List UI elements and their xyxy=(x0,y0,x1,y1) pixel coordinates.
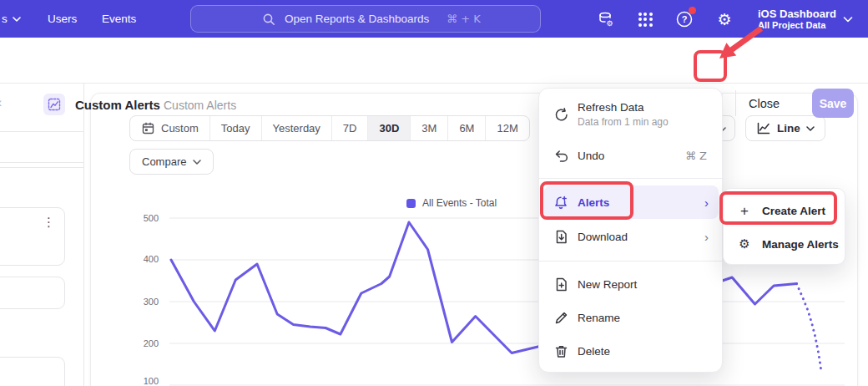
nav-item-boards-partial[interactable]: s xyxy=(2,0,21,38)
line-chart-icon xyxy=(756,121,771,135)
left-panel-row-divider xyxy=(0,162,83,163)
refresh-icon xyxy=(553,106,569,123)
settings-gear-icon[interactable]: ⚙ xyxy=(714,8,735,30)
svg-text:?: ? xyxy=(682,14,688,24)
compare-button[interactable]: Compare xyxy=(129,149,214,175)
svg-text:⚙: ⚙ xyxy=(607,19,613,28)
y-axis-tick: 100 xyxy=(129,376,159,386)
panel-edge-fragment: ‹ xyxy=(0,95,2,110)
menu-item-rename[interactable]: Rename xyxy=(544,301,719,334)
menu-divider xyxy=(539,178,724,179)
breadcrumb: Custom Alerts xyxy=(164,99,236,112)
notification-badge xyxy=(689,7,696,14)
data-connections-icon[interactable]: ⚙ xyxy=(595,8,617,30)
date-range-12m[interactable]: 12M xyxy=(486,116,528,140)
date-range-selector: Custom Today Yesterday 7D 30D 3M 6M 12M xyxy=(129,115,530,141)
menu-item-label: Refresh Data xyxy=(578,101,669,114)
submenu-item-create-alert[interactable]: + Create Alert xyxy=(729,196,841,226)
rename-pencil-icon xyxy=(553,309,569,326)
alerts-bell-icon xyxy=(553,194,569,211)
project-selector[interactable]: iOS Dashboard All Project Data xyxy=(758,3,853,35)
submenu-item-manage-alerts[interactable]: ⚙ Manage Alerts xyxy=(729,229,841,259)
menu-item-delete[interactable]: Delete xyxy=(544,334,719,368)
top-navbar: s Users Events Open Reports & Dashboards… xyxy=(0,0,868,38)
menu-item-alerts[interactable]: Alerts › xyxy=(544,185,719,219)
delete-trash-icon xyxy=(553,343,569,359)
menu-item-download[interactable]: Download › xyxy=(544,220,719,253)
menu-item-label: Download xyxy=(578,231,628,243)
chevron-down-icon xyxy=(806,125,815,132)
left-panel-card[interactable] xyxy=(0,277,65,309)
chevron-down-icon xyxy=(193,159,201,165)
download-icon xyxy=(553,228,569,245)
search-placeholder: Open Reports & Dashboards xyxy=(285,13,429,25)
more-options-menu: Refresh Data Data from 1 min ago Undo ⌘ … xyxy=(538,88,723,373)
date-range-30d[interactable]: 30D xyxy=(368,116,411,140)
nav-partial-label: s xyxy=(2,13,8,25)
submenu-item-label: Create Alert xyxy=(762,205,825,217)
y-axis-tick: 300 xyxy=(129,297,159,307)
menu-item-refresh-data[interactable]: Refresh Data Data from 1 min ago xyxy=(544,94,719,135)
chevron-down-icon xyxy=(843,16,853,23)
search-icon xyxy=(261,12,276,27)
report-toolbar: ‹ Custom Alerts Custom Alerts GV Duplica… xyxy=(0,38,868,84)
alerts-submenu: + Create Alert ⚙ Manage Alerts xyxy=(723,188,845,265)
save-button[interactable]: Save xyxy=(812,89,854,118)
date-range-yesterday[interactable]: Yesterday xyxy=(262,116,332,140)
toolbar-divider xyxy=(735,90,736,116)
menu-item-label: Delete xyxy=(578,345,610,358)
legend-swatch xyxy=(406,199,416,208)
menu-item-new-report[interactable]: New Report xyxy=(544,267,719,301)
menu-item-label: New Report xyxy=(578,278,637,291)
menu-item-label: Alerts xyxy=(578,196,609,209)
project-name: iOS Dashboard xyxy=(758,8,836,20)
apps-grid-icon[interactable] xyxy=(634,8,656,30)
date-range-7d[interactable]: 7D xyxy=(332,116,369,140)
page-title: Custom Alerts xyxy=(75,98,160,112)
date-range-custom[interactable]: Custom xyxy=(130,116,210,140)
nav-item-events[interactable]: Events xyxy=(102,0,136,38)
submenu-chevron-icon: › xyxy=(704,231,709,243)
menu-divider xyxy=(539,261,724,262)
project-subtitle: All Project Data xyxy=(758,20,836,31)
kebab-menu-icon[interactable]: ⋮ xyxy=(43,215,55,230)
date-range-6m[interactable]: 6M xyxy=(448,116,486,140)
undo-icon xyxy=(553,147,569,164)
y-axis-tick: 500 xyxy=(129,213,159,223)
menu-item-shortcut: ⌘ Z xyxy=(685,150,707,162)
menu-item-label: Undo xyxy=(578,150,604,162)
plus-icon: + xyxy=(737,203,752,218)
chart-type-button[interactable]: Line xyxy=(745,115,825,141)
left-panel-row-divider xyxy=(0,167,83,168)
y-axis-tick: 200 xyxy=(129,338,159,348)
left-panel-row-divider xyxy=(0,131,83,132)
nav-item-users[interactable]: Users xyxy=(48,0,77,38)
legend-item[interactable]: All Events - Total xyxy=(406,197,497,209)
date-range-today[interactable]: Today xyxy=(210,116,262,140)
calendar-icon xyxy=(141,121,155,135)
menu-item-label: Rename xyxy=(578,312,620,324)
new-report-icon xyxy=(553,276,569,292)
submenu-chevron-icon: › xyxy=(704,196,709,209)
help-icon[interactable]: ? xyxy=(674,8,695,30)
gear-icon: ⚙ xyxy=(737,236,752,251)
left-panel-divider xyxy=(83,84,84,386)
menu-item-undo[interactable]: Undo ⌘ Z xyxy=(544,139,719,172)
submenu-item-label: Manage Alerts xyxy=(762,238,839,251)
left-panel-card[interactable] xyxy=(0,357,65,386)
y-axis-tick: 400 xyxy=(129,254,159,264)
menu-item-sublabel: Data from 1 min ago xyxy=(578,116,669,128)
report-type-icon xyxy=(43,94,65,115)
left-panel-card[interactable]: ⋮ xyxy=(0,207,65,266)
date-range-3m[interactable]: 3M xyxy=(411,116,448,140)
close-button[interactable]: Close xyxy=(749,97,780,110)
search-input[interactable]: Open Reports & Dashboards ⌘ + K xyxy=(190,5,541,33)
chevron-down-icon xyxy=(13,16,21,23)
search-shortcut: ⌘ + K xyxy=(447,13,481,25)
legend-label: All Events - Total xyxy=(422,197,497,209)
